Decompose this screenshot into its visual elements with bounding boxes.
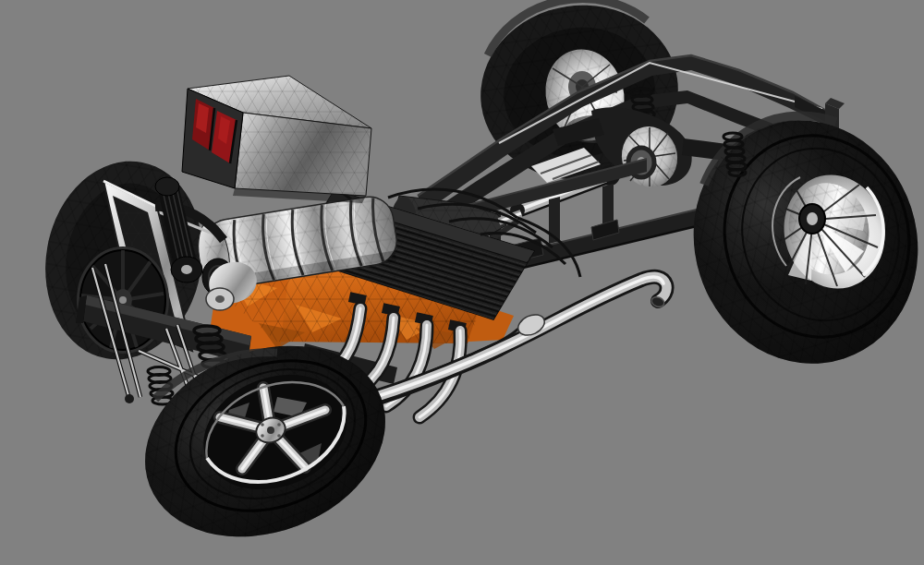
render-canvas — [0, 0, 924, 565]
viewport-3d[interactable] — [0, 0, 924, 565]
